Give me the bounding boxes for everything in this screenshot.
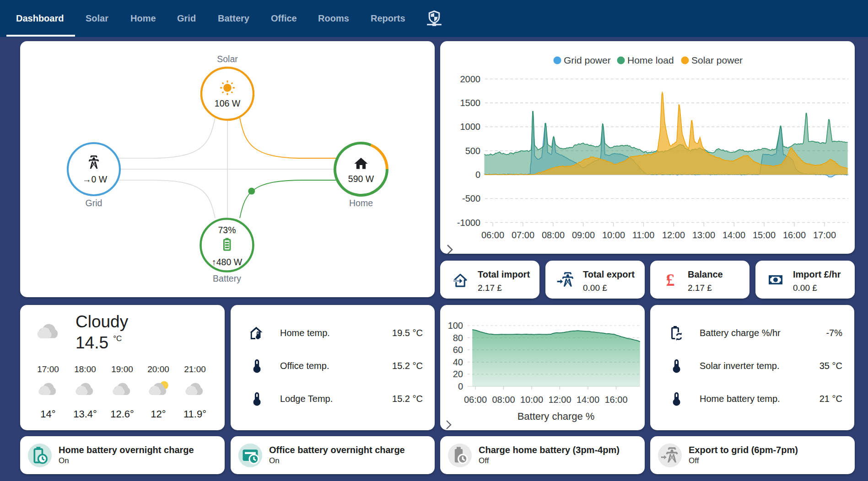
svg-text:17:00: 17:00 [813,230,836,240]
svg-text:11:00: 11:00 [632,230,655,240]
svg-text:500: 500 [465,146,480,156]
svg-text:07:00: 07:00 [512,230,534,240]
svg-text:Home load: Home load [627,55,674,65]
svg-text:↑480 W: ↑480 W [212,257,243,267]
svg-text:Grid power: Grid power [564,55,611,65]
svg-text:06:00: 06:00 [464,395,487,405]
svg-text:100: 100 [448,321,463,331]
svg-text:16:00: 16:00 [604,395,627,405]
svg-text:Battery charge %: Battery charge % [518,411,595,422]
svg-text:40: 40 [453,357,463,367]
svg-text:06:00: 06:00 [481,230,504,240]
svg-text:0: 0 [458,381,463,391]
svg-text:16:00: 16:00 [783,230,806,240]
svg-text:1000: 1000 [460,122,481,132]
svg-text:→0 W: →0 W [82,174,108,184]
svg-text:Battery: Battery [213,273,241,283]
svg-text:73%: 73% [218,225,236,235]
svg-text:08:00: 08:00 [492,395,515,405]
svg-text:60: 60 [453,345,463,355]
svg-text:08:00: 08:00 [542,230,565,240]
svg-text:590 W: 590 W [348,174,374,184]
svg-text:-500: -500 [462,193,480,203]
svg-text:106 W: 106 W [215,98,241,108]
svg-text:10:00: 10:00 [520,395,543,405]
svg-text:15:00: 15:00 [753,230,776,240]
svg-text:Home: Home [349,198,373,208]
svg-text:14:00: 14:00 [722,230,745,240]
svg-text:14:00: 14:00 [577,395,599,405]
svg-text:Solar power: Solar power [691,55,743,65]
svg-text:Grid: Grid [86,198,102,208]
svg-text:10:00: 10:00 [602,230,625,240]
svg-text:-1000: -1000 [457,218,480,228]
svg-text:13:00: 13:00 [692,230,715,240]
svg-text:2000: 2000 [460,74,481,84]
svg-text:1500: 1500 [460,98,481,108]
svg-text:12:00: 12:00 [662,230,685,240]
svg-text:80: 80 [453,333,463,343]
svg-text:09:00: 09:00 [572,230,595,240]
svg-text:Solar: Solar [217,54,238,64]
svg-text:12:00: 12:00 [548,395,571,405]
svg-text:0: 0 [475,170,480,180]
svg-text:20: 20 [453,369,463,379]
